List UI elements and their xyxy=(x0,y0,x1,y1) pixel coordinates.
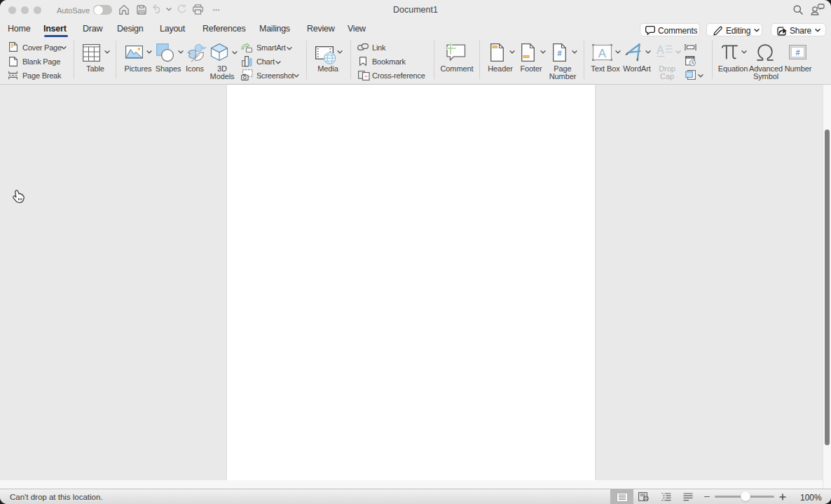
svg-text:A: A xyxy=(657,44,664,56)
svg-text:#: # xyxy=(557,49,561,57)
svg-text:A: A xyxy=(598,46,607,59)
svg-text:#: # xyxy=(795,48,799,57)
